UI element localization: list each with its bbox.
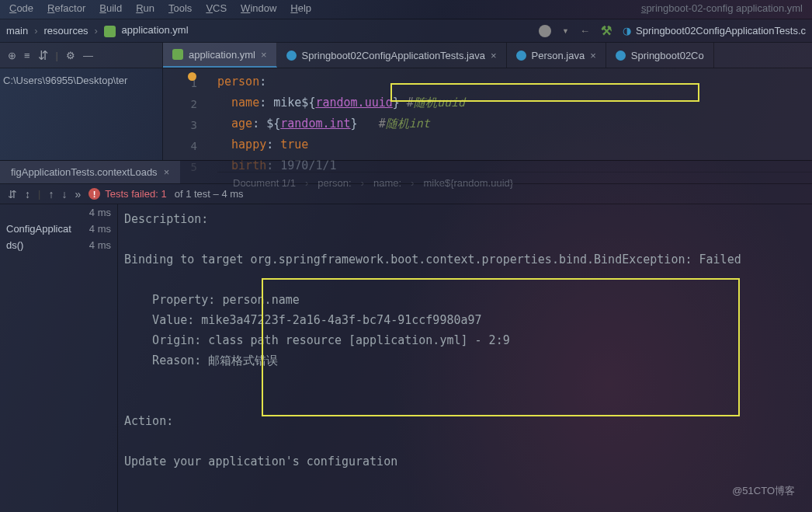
yaml-val: }: [393, 96, 407, 110]
collapse-icon[interactable]: ⇵: [38, 48, 48, 63]
tree-row[interactable]: 4 ms: [0, 204, 117, 221]
yaml-comment: 随机int: [386, 117, 430, 131]
menu-window[interactable]: Window: [241, 2, 276, 16]
console-line: Property: person.name: [124, 293, 300, 307]
yaml-key: age: [231, 117, 252, 131]
divider: |: [56, 50, 58, 61]
tree-row[interactable]: ConfigApplicat 4 ms: [0, 221, 117, 237]
upper-pane: C:\Users\96955\Desktop\ter 1 2 3 4 5 per…: [0, 68, 812, 160]
java-class-icon: [286, 51, 297, 61]
project-path: C:\Users\96955\Desktop\ter: [3, 75, 127, 86]
yaml-val: :: [266, 138, 280, 152]
tab-springboot02co[interactable]: Springboot02Co: [606, 43, 714, 68]
crumb-resources[interactable]: resources: [44, 25, 88, 37]
yaml-colon: :: [259, 75, 266, 89]
tab-label: Springboot02ConfigApplicationTests.java: [302, 50, 485, 61]
yaml-key: name: [231, 96, 259, 110]
tab-person-java[interactable]: Person.java ×: [507, 43, 606, 68]
java-class-icon: [516, 51, 526, 61]
crumb-file[interactable]: application.yml: [104, 24, 189, 37]
console-line: Origin: class path resource [application…: [124, 333, 510, 347]
error-badge-icon: !: [88, 188, 100, 200]
back-arrow-icon[interactable]: ←: [580, 25, 590, 37]
tree-icon[interactable]: ≡: [24, 50, 30, 61]
crumb-main[interactable]: main: [6, 25, 28, 37]
tree-label: ds(): [6, 239, 23, 251]
test-tree[interactable]: 4 ms ConfigApplicat 4 ms ds() 4 ms: [0, 204, 118, 512]
crumb-file-label: application.yml: [122, 24, 189, 36]
menu-bar: Code Refactor Build Run Tools VCS Window…: [0, 0, 812, 19]
target-icon[interactable]: ⊕: [8, 50, 16, 61]
tests-failed-label: Tests failed: 1: [105, 188, 167, 200]
chevron-icon: ›: [95, 25, 98, 37]
menu-vcs[interactable]: VCS: [206, 2, 227, 16]
yaml-comment: #: [407, 96, 414, 110]
menu-build[interactable]: Build: [99, 2, 122, 16]
context-path: springboot-02-config application.yml: [641, 2, 803, 16]
yaml-val: : ${: [252, 117, 280, 131]
tab-tests-java[interactable]: Springboot02ConfigApplicationTests.java …: [277, 43, 507, 68]
gear-icon[interactable]: ⚙: [66, 50, 75, 61]
run-target-label: Springboot02ConfigApplicationTests.c: [636, 25, 806, 37]
filter-icon[interactable]: ⇵: [8, 188, 17, 200]
console-line: Binding to target org.springframework.bo…: [124, 253, 748, 266]
tab-label: application.yml: [189, 49, 255, 61]
run-tab-contextloads[interactable]: figApplicationTests.contextLoads ×: [0, 161, 180, 183]
run-tool-window: figApplicationTests.contextLoads × ⇵ ↕ |…: [0, 160, 812, 512]
minimize-icon[interactable]: —: [83, 50, 93, 61]
tab-label: Person.java: [532, 50, 585, 61]
user-icon[interactable]: [539, 25, 551, 37]
main-split: C:\Users\96955\Desktop\ter 1 2 3 4 5 per…: [0, 68, 812, 512]
editor-toolbar-row: ⊕ ≡ ⇵ | ⚙ — application.yml × Springboot…: [0, 43, 812, 68]
tests-rest-label: of 1 test – 4 ms: [175, 188, 244, 200]
collapse-icon[interactable]: ↕: [25, 188, 30, 200]
close-tab-icon[interactable]: ×: [491, 50, 497, 61]
divider: |: [38, 188, 40, 200]
project-tree[interactable]: C:\Users\96955\Desktop\ter: [0, 68, 163, 160]
tab-application-yml[interactable]: application.yml ×: [163, 43, 277, 68]
tab-label: Springboot02Co: [631, 50, 704, 61]
close-tab-icon[interactable]: ×: [164, 166, 170, 178]
test-target-icon: ◑: [623, 25, 631, 37]
menu-help[interactable]: Help: [290, 2, 311, 16]
line-number: 2: [163, 94, 197, 115]
menu-refactor[interactable]: Refactor: [47, 2, 85, 16]
yaml-key: happy: [231, 138, 266, 152]
breadcrumb-bar: main › resources › application.yml ▼ ← ⚒…: [0, 19, 812, 43]
run-tab-label: figApplicationTests.contextLoads: [11, 166, 158, 178]
console-line: Action:: [124, 414, 173, 428]
line-number: 4: [163, 136, 197, 157]
close-tab-icon[interactable]: ×: [261, 49, 267, 61]
console-output[interactable]: Description: Binding to target org.sprin…: [118, 204, 812, 512]
console-line: Update your application's configuration: [124, 455, 397, 468]
menu-tools[interactable]: Tools: [168, 2, 192, 16]
expand-icon[interactable]: »: [75, 188, 81, 200]
placeholder-ref: random.int: [280, 117, 350, 131]
editor-tabs: application.yml × Springboot02ConfigAppl…: [163, 43, 714, 68]
tree-row[interactable]: ds() 4 ms: [0, 237, 117, 253]
placeholder-ref: random.uuid: [315, 96, 392, 110]
build-hammer-icon[interactable]: ⚒: [601, 23, 612, 38]
run-window-tabs: figApplicationTests.contextLoads ×: [0, 161, 812, 183]
menu-code[interactable]: Code: [9, 2, 33, 16]
run-configuration[interactable]: ◑ Springboot02ConfigApplicationTests.c: [623, 25, 806, 37]
breakpoint-icon[interactable]: [188, 72, 196, 81]
tree-duration: 4 ms: [89, 223, 111, 235]
up-arrow-icon[interactable]: ↑: [48, 188, 54, 200]
down-arrow-icon[interactable]: ↓: [61, 188, 67, 200]
menu-run[interactable]: Run: [136, 2, 154, 16]
yaml-file-icon: [104, 26, 116, 37]
yaml-file-icon: [172, 49, 183, 60]
code-editor[interactable]: 1 2 3 4 5 person: name: mike${random.uui…: [163, 68, 812, 160]
close-tab-icon[interactable]: ×: [590, 50, 596, 61]
chevron-icon: ›: [34, 25, 37, 37]
console-line: Description:: [124, 212, 208, 226]
nav-right: ▼ ← ⚒ ◑ Springboot02ConfigApplicationTes…: [539, 23, 806, 38]
watermark: @51CTO博客: [732, 484, 795, 498]
highlight-annotation: [262, 278, 740, 416]
caret-down-icon[interactable]: ▼: [562, 27, 569, 35]
console-line: Value: mike3a47223f-2a16-4a3f-bc74-91ccf…: [124, 313, 482, 327]
yaml-comment: 随机uuid: [414, 96, 465, 110]
tests-failed-summary: ! Tests failed: 1: [88, 188, 167, 200]
line-number: 3: [163, 115, 197, 136]
